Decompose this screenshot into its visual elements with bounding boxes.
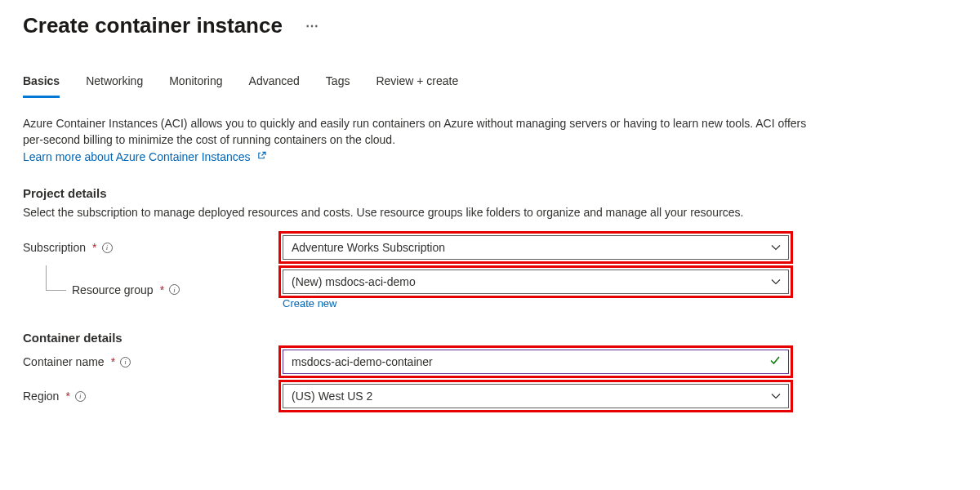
tab-tags[interactable]: Tags [326,74,350,98]
check-icon [769,354,781,369]
tab-review-create[interactable]: Review + create [376,74,458,98]
required-asterisk: * [65,390,69,403]
container-name-label: Container name [23,355,105,368]
project-details-heading: Project details [23,186,957,200]
tab-monitoring[interactable]: Monitoring [169,74,222,98]
learn-more-link[interactable]: Learn more about Azure Container Instanc… [23,150,266,163]
region-label: Region [23,390,59,403]
resource-group-select[interactable] [283,270,789,294]
more-menu[interactable]: ⋯ [305,18,319,33]
tab-networking[interactable]: Networking [86,74,143,98]
required-asterisk: * [160,283,164,296]
info-icon[interactable]: i [75,391,86,402]
tab-advanced[interactable]: Advanced [249,74,300,98]
project-details-desc: Select the subscription to manage deploy… [23,205,807,221]
create-new-rg-link[interactable]: Create new [283,297,336,310]
container-details-heading: Container details [23,331,957,345]
subscription-label: Subscription [23,241,86,254]
container-name-input[interactable] [283,350,789,374]
page-title: Create container instance [23,13,283,38]
intro-text: Azure Container Instances (ACI) allows y… [23,117,806,146]
info-icon[interactable]: i [169,284,180,295]
tab-basics[interactable]: Basics [23,74,60,98]
external-link-icon [257,151,266,164]
info-icon[interactable]: i [120,357,131,368]
region-select[interactable] [283,384,789,408]
subscription-select[interactable] [283,235,789,260]
tab-strip: Basics Networking Monitoring Advanced Ta… [23,74,957,99]
learn-more-label: Learn more about Azure Container Instanc… [23,150,251,163]
resource-group-label: Resource group [72,283,154,296]
info-icon[interactable]: i [102,243,113,253]
required-asterisk: * [111,355,115,368]
required-asterisk: * [92,241,96,254]
